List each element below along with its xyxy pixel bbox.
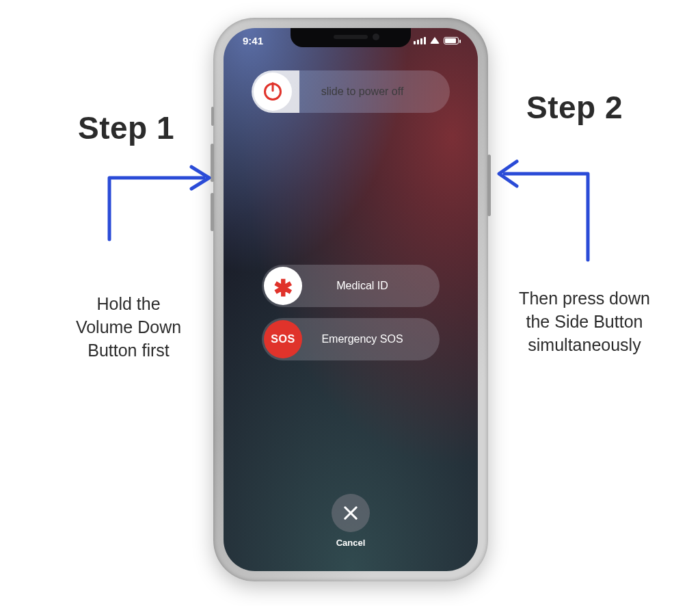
sos-label: Emergency SOS	[304, 333, 440, 345]
power-off-slider[interactable]: slide to power off	[252, 70, 450, 113]
phone: 9:41 slide to power off ✱ Medical ID SO	[213, 18, 488, 581]
wifi-icon	[430, 37, 440, 44]
step2-title: Step 2	[526, 89, 623, 126]
step2-arrow	[492, 137, 608, 267]
status-right	[414, 35, 459, 47]
medical-icon: ✱	[273, 276, 293, 300]
cancel-button[interactable]	[332, 494, 370, 532]
power-icon	[264, 83, 282, 101]
close-icon	[342, 505, 359, 521]
phone-screen: 9:41 slide to power off ✱ Medical ID SO	[224, 28, 478, 571]
step2-body: Then press down the Side Button simultan…	[506, 287, 663, 356]
power-off-knob[interactable]	[254, 73, 292, 111]
medical-id-slider[interactable]: ✱ Medical ID	[262, 265, 440, 307]
step1-title: Step 1	[78, 109, 174, 146]
sos-icon-text: SOS	[271, 333, 295, 345]
sos-knob[interactable]: SOS	[264, 320, 302, 358]
status-bar: 9:41	[224, 35, 478, 47]
medical-id-knob[interactable]: ✱	[264, 267, 302, 305]
side-button[interactable]	[487, 155, 491, 216]
emergency-sos-slider[interactable]: SOS Emergency SOS	[262, 318, 440, 360]
cancel-label: Cancel	[336, 538, 366, 548]
battery-icon	[444, 37, 459, 44]
status-time: 9:41	[243, 35, 263, 47]
cellular-icon	[414, 37, 426, 44]
step1-arrow	[89, 157, 219, 246]
power-off-label: slide to power off	[294, 85, 450, 98]
cancel-group: Cancel	[332, 494, 370, 548]
medical-id-label: Medical ID	[304, 280, 440, 292]
step1-body: Hold the Volume Down Button first	[60, 293, 197, 362]
mute-switch[interactable]	[211, 107, 214, 126]
